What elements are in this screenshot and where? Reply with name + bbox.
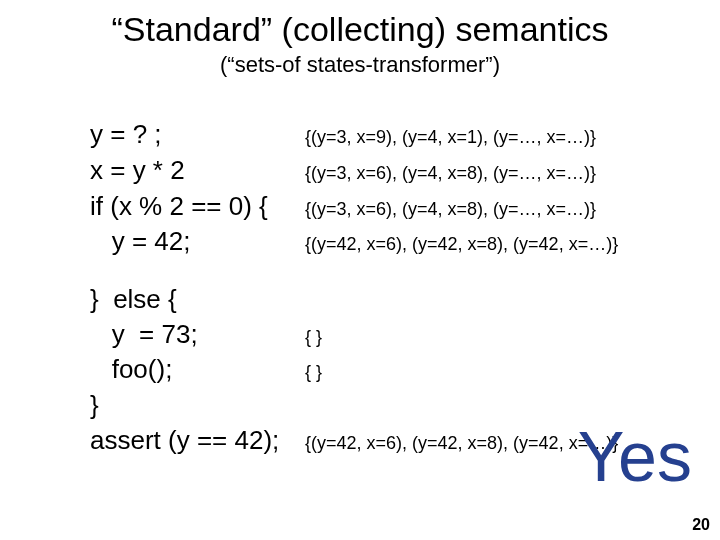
code-text: assert (y == 42);: [90, 424, 305, 457]
code-text: }: [90, 389, 305, 422]
slide-subtitle: (“sets-of states-transformer”): [0, 52, 720, 78]
code-row: x = y * 2 {(y=3, x=6), (y=4, x=8), (y=…,…: [90, 154, 690, 188]
code-text: y = 42;: [90, 225, 305, 258]
code-text: } else {: [90, 283, 305, 316]
code-text: y = ? ;: [90, 118, 305, 151]
slide-content: y = ? ; {(y=3, x=9), (y=4, x=1), (y=…, x…: [90, 118, 690, 460]
code-row: } else {: [90, 283, 690, 316]
code-text: if (x % 2 == 0) {: [90, 190, 305, 223]
annotation-text: {(y=42, x=6), (y=42, x=8), (y=42, x=…)}: [305, 230, 618, 259]
annotation-text: {(y=3, x=9), (y=4, x=1), (y=…, x=…)}: [305, 123, 596, 152]
code-text: x = y * 2: [90, 154, 305, 187]
annotation-text: {(y=3, x=6), (y=4, x=8), (y=…, x=…)}: [305, 195, 596, 224]
slide: “Standard” (collecting) semantics (“sets…: [0, 0, 720, 540]
answer-yes: Yes: [578, 422, 692, 492]
annotation-text: {(y=3, x=6), (y=4, x=8), (y=…, x=…)}: [305, 159, 596, 188]
row-gap: [90, 261, 690, 283]
code-row: y = 73; { }: [90, 318, 690, 352]
page-number: 20: [692, 516, 710, 534]
code-text: y = 73;: [90, 318, 305, 351]
code-row: y = 42; {(y=42, x=6), (y=42, x=8), (y=42…: [90, 225, 690, 259]
code-row: }: [90, 389, 690, 422]
annotation-text: { }: [305, 358, 322, 387]
code-row: y = ? ; {(y=3, x=9), (y=4, x=1), (y=…, x…: [90, 118, 690, 152]
code-text: foo();: [90, 353, 305, 386]
code-row: if (x % 2 == 0) { {(y=3, x=6), (y=4, x=8…: [90, 190, 690, 224]
annotation-text: { }: [305, 323, 322, 352]
code-row: foo(); { }: [90, 353, 690, 387]
annotation-text: {(y=42, x=6), (y=42, x=8), (y=42, x=…)}: [305, 429, 618, 458]
slide-title: “Standard” (collecting) semantics: [0, 12, 720, 46]
